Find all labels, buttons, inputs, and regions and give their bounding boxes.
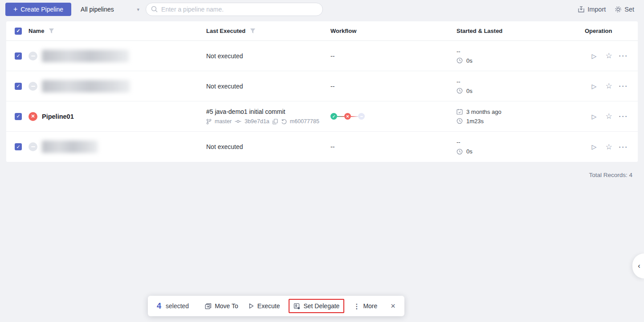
pipeline-name[interactable]: Pipeline01: [42, 113, 74, 120]
chevron-left-icon: ‹: [638, 262, 640, 270]
search-input[interactable]: [146, 3, 323, 16]
commit-icon: [235, 119, 241, 124]
set-delegate-label: Set Delegate: [303, 302, 339, 310]
column-header-started-lasted: Started & Lasted: [457, 28, 585, 34]
favorite-icon[interactable]: ☆: [605, 143, 613, 151]
more-button[interactable]: ⋮ More: [351, 300, 380, 312]
import-button[interactable]: Import: [578, 6, 606, 13]
favorite-icon[interactable]: ☆: [605, 82, 613, 90]
workflow-steps[interactable]: ✓ ✕: [330, 113, 457, 120]
more-label: More: [363, 302, 377, 310]
status-disabled-icon: [29, 82, 37, 91]
row-checkbox[interactable]: ✓: [15, 113, 22, 120]
create-pipeline-button[interactable]: + Create Pipeline: [5, 3, 71, 16]
move-to-icon: [205, 303, 212, 310]
started-value: --: [457, 78, 461, 85]
status-disabled-icon: [29, 52, 37, 60]
execute-label: Execute: [257, 302, 280, 310]
clock-icon: [457, 57, 463, 64]
vertical-ellipsis-icon: ⋮: [353, 303, 360, 310]
selected-label: selected: [166, 302, 189, 310]
top-toolbar: + Create Pipeline All pipelines ▾ Import…: [0, 0, 644, 19]
workflow-step-success-icon: ✓: [330, 113, 337, 120]
run-id: m60077785: [290, 118, 319, 125]
favorite-icon[interactable]: ☆: [605, 52, 613, 60]
workflow-step-pending-icon: [358, 113, 365, 120]
workflow-empty: --: [330, 52, 457, 60]
table-header-row: ✓ Name Last Executed Workflow Started & …: [6, 21, 638, 41]
play-icon: [248, 303, 254, 309]
move-to-button[interactable]: Move To: [202, 300, 241, 312]
pipeline-filter-value: All pipelines: [81, 6, 114, 13]
column-header-last-executed: Last Executed: [206, 28, 245, 34]
execute-icon[interactable]: ▷: [590, 113, 598, 121]
last-executed-status: Not executed: [206, 143, 330, 150]
chevron-down-icon: ▾: [137, 7, 140, 12]
row-checkbox[interactable]: ✓: [15, 83, 22, 90]
table-row: ✓ ✕ Pipeline01 #5 java-demo1 initial com…: [6, 101, 638, 132]
settings-button[interactable]: Set: [615, 6, 634, 13]
workflow-empty: --: [330, 83, 457, 90]
lasted-value: 0s: [466, 57, 473, 64]
run-id-icon: [281, 119, 287, 125]
filter-icon[interactable]: [49, 28, 54, 34]
table-row: ✓ Not executed -- -- 0s ▷ ☆ ···: [6, 71, 638, 101]
column-header-workflow: Workflow: [330, 28, 457, 34]
execute-icon[interactable]: ▷: [590, 52, 598, 60]
started-value: --: [457, 48, 461, 55]
gear-icon: [615, 6, 622, 13]
last-executed-status: Not executed: [206, 52, 330, 60]
favorite-icon[interactable]: ☆: [605, 113, 613, 121]
branch-name: master: [215, 118, 232, 125]
create-pipeline-label: Create Pipeline: [20, 6, 63, 13]
total-records: Total Records: 4: [589, 172, 632, 178]
status-disabled-icon: [29, 142, 37, 151]
import-icon: [578, 6, 585, 13]
calendar-icon: [457, 109, 463, 115]
started-value: --: [457, 139, 461, 145]
column-header-operation: Operation: [585, 28, 638, 34]
pipeline-table: ✓ Name Last Executed Workflow Started & …: [6, 21, 638, 162]
more-actions-icon[interactable]: ···: [620, 143, 628, 151]
execute-button[interactable]: Execute: [245, 300, 283, 312]
clock-icon: [457, 118, 463, 124]
table-row: ✓ Not executed -- -- 0s ▷ ☆ ···: [6, 41, 638, 71]
workflow-empty: --: [330, 143, 457, 150]
more-actions-icon[interactable]: ···: [620, 52, 628, 60]
search-icon: [151, 6, 158, 14]
select-all-checkbox[interactable]: ✓: [15, 28, 22, 35]
set-delegate-button[interactable]: Set Delegate: [289, 299, 344, 313]
commit-id: 3b9e7d1a: [245, 118, 269, 125]
redacted-pipeline-name: [42, 50, 129, 62]
clock-icon: [457, 88, 463, 94]
redacted-pipeline-name: [42, 80, 130, 93]
lasted-value: 0s: [466, 148, 473, 155]
plus-icon: +: [13, 6, 17, 13]
lasted-value: 1m23s: [466, 118, 484, 125]
more-actions-icon[interactable]: ···: [620, 82, 628, 90]
collapse-panel-handle[interactable]: ‹: [632, 254, 644, 278]
clock-icon: [457, 149, 463, 155]
close-icon[interactable]: ×: [391, 302, 395, 311]
git-branch-icon: [206, 119, 212, 125]
last-executed-status: Not executed: [206, 83, 330, 90]
execute-icon[interactable]: ▷: [590, 82, 598, 90]
lasted-value: 0s: [466, 88, 473, 94]
delegate-icon: [293, 303, 300, 310]
column-header-name: Name: [29, 28, 44, 34]
table-row: ✓ Not executed -- -- 0s ▷ ☆ ···: [6, 132, 638, 162]
row-checkbox[interactable]: ✓: [15, 52, 22, 60]
more-actions-icon[interactable]: ···: [620, 113, 628, 121]
pipeline-filter-dropdown[interactable]: All pipelines ▾: [81, 6, 139, 13]
selected-count: 4: [157, 302, 161, 311]
filter-icon[interactable]: [250, 28, 256, 34]
pipeline-search: [146, 3, 323, 16]
row-checkbox[interactable]: ✓: [15, 143, 22, 150]
status-failed-icon: ✕: [29, 112, 37, 121]
import-label: Import: [587, 6, 606, 13]
copy-icon[interactable]: [273, 119, 278, 125]
execute-icon[interactable]: ▷: [590, 143, 598, 151]
settings-label: Set: [624, 6, 634, 13]
move-to-label: Move To: [215, 302, 238, 310]
commit-message[interactable]: #5 java-demo1 initial commit: [206, 108, 330, 115]
